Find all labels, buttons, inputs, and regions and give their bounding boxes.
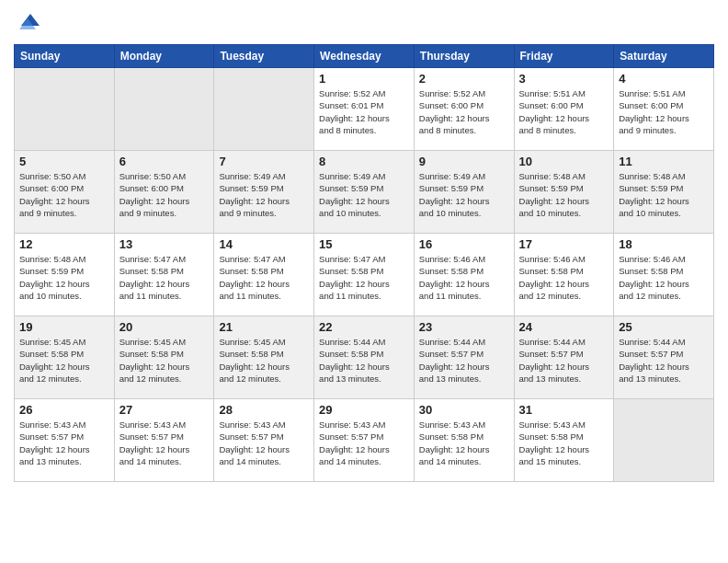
day-info: Sunrise: 5:43 AM Sunset: 5:58 PM Dayligh…: [519, 419, 609, 467]
logo: [14, 9, 45, 37]
day-number: 31: [519, 403, 609, 417]
calendar-week-row-4: 19Sunrise: 5:45 AM Sunset: 5:58 PM Dayli…: [15, 316, 714, 399]
calendar-week-row-1: 1Sunrise: 5:52 AM Sunset: 6:01 PM Daylig…: [15, 68, 714, 151]
day-info: Sunrise: 5:43 AM Sunset: 5:57 PM Dayligh…: [219, 419, 309, 467]
day-info: Sunrise: 5:49 AM Sunset: 5:59 PM Dayligh…: [219, 170, 309, 219]
day-info: Sunrise: 5:43 AM Sunset: 5:58 PM Dayligh…: [419, 419, 509, 467]
day-info: Sunrise: 5:49 AM Sunset: 5:59 PM Dayligh…: [419, 170, 509, 219]
calendar-cell: 3Sunrise: 5:51 AM Sunset: 6:00 PM Daylig…: [514, 68, 614, 151]
day-number: 26: [19, 403, 109, 417]
day-number: 3: [519, 72, 609, 86]
day-info: Sunrise: 5:43 AM Sunset: 5:57 PM Dayligh…: [319, 419, 409, 467]
calendar-cell: 6Sunrise: 5:50 AM Sunset: 6:00 PM Daylig…: [114, 151, 214, 234]
day-number: 2: [419, 72, 509, 86]
day-info: Sunrise: 5:51 AM Sunset: 6:00 PM Dayligh…: [619, 87, 709, 136]
calendar-cell: 4Sunrise: 5:51 AM Sunset: 6:00 PM Daylig…: [614, 68, 714, 151]
day-info: Sunrise: 5:43 AM Sunset: 5:57 PM Dayligh…: [119, 419, 210, 467]
calendar-cell: 17Sunrise: 5:46 AM Sunset: 5:58 PM Dayli…: [514, 234, 614, 316]
day-info: Sunrise: 5:46 AM Sunset: 5:58 PM Dayligh…: [519, 253, 609, 302]
calendar-cell: 16Sunrise: 5:46 AM Sunset: 5:58 PM Dayli…: [414, 234, 514, 316]
day-number: 24: [519, 320, 609, 334]
page: Sunday Monday Tuesday Wednesday Thursday…: [0, 0, 728, 563]
day-info: Sunrise: 5:45 AM Sunset: 5:58 PM Dayligh…: [19, 336, 109, 385]
day-info: Sunrise: 5:50 AM Sunset: 6:00 PM Dayligh…: [19, 170, 109, 219]
day-number: 1: [319, 72, 409, 86]
calendar-cell: 19Sunrise: 5:45 AM Sunset: 5:58 PM Dayli…: [15, 316, 115, 399]
calendar-cell: 27Sunrise: 5:43 AM Sunset: 5:57 PM Dayli…: [114, 399, 214, 482]
day-number: 19: [19, 320, 109, 334]
day-info: Sunrise: 5:46 AM Sunset: 5:58 PM Dayligh…: [619, 253, 709, 302]
day-info: Sunrise: 5:47 AM Sunset: 5:58 PM Dayligh…: [119, 253, 210, 302]
day-number: 15: [319, 237, 409, 251]
day-info: Sunrise: 5:48 AM Sunset: 5:59 PM Dayligh…: [619, 170, 709, 219]
day-number: 17: [519, 237, 609, 251]
header-sunday: Sunday: [15, 45, 115, 68]
day-number: 16: [419, 237, 509, 251]
day-number: 13: [119, 237, 210, 251]
day-info: Sunrise: 5:44 AM Sunset: 5:58 PM Dayligh…: [319, 336, 409, 385]
day-info: Sunrise: 5:48 AM Sunset: 5:59 PM Dayligh…: [519, 170, 609, 219]
calendar-cell: 11Sunrise: 5:48 AM Sunset: 5:59 PM Dayli…: [614, 151, 714, 234]
day-number: 8: [319, 155, 409, 168]
day-info: Sunrise: 5:44 AM Sunset: 5:57 PM Dayligh…: [619, 336, 709, 385]
day-number: 12: [19, 237, 109, 251]
calendar-week-row-5: 26Sunrise: 5:43 AM Sunset: 5:57 PM Dayli…: [15, 399, 714, 482]
calendar-cell: 12Sunrise: 5:48 AM Sunset: 5:59 PM Dayli…: [15, 234, 115, 316]
day-info: Sunrise: 5:52 AM Sunset: 6:00 PM Dayligh…: [419, 87, 509, 136]
day-info: Sunrise: 5:47 AM Sunset: 5:58 PM Dayligh…: [219, 253, 309, 302]
day-number: 20: [119, 320, 210, 334]
day-number: 30: [419, 403, 509, 417]
calendar-cell: 22Sunrise: 5:44 AM Sunset: 5:58 PM Dayli…: [314, 316, 415, 399]
day-number: 6: [119, 155, 210, 168]
day-number: 27: [119, 403, 210, 417]
header-thursday: Thursday: [414, 45, 514, 68]
calendar-cell: 20Sunrise: 5:45 AM Sunset: 5:58 PM Dayli…: [114, 316, 214, 399]
calendar-cell: 26Sunrise: 5:43 AM Sunset: 5:57 PM Dayli…: [15, 399, 115, 482]
calendar-cell: 30Sunrise: 5:43 AM Sunset: 5:58 PM Dayli…: [414, 399, 514, 482]
day-info: Sunrise: 5:48 AM Sunset: 5:59 PM Dayligh…: [19, 253, 109, 302]
day-number: 10: [519, 155, 609, 168]
day-info: Sunrise: 5:45 AM Sunset: 5:58 PM Dayligh…: [119, 336, 210, 385]
day-info: Sunrise: 5:44 AM Sunset: 5:57 PM Dayligh…: [419, 336, 509, 385]
day-info: Sunrise: 5:49 AM Sunset: 5:59 PM Dayligh…: [319, 170, 409, 219]
calendar-cell: 21Sunrise: 5:45 AM Sunset: 5:58 PM Dayli…: [214, 316, 314, 399]
calendar-week-row-2: 5Sunrise: 5:50 AM Sunset: 6:00 PM Daylig…: [15, 151, 714, 234]
day-info: Sunrise: 5:47 AM Sunset: 5:58 PM Dayligh…: [319, 253, 409, 302]
day-number: 11: [619, 155, 709, 168]
calendar-cell: 29Sunrise: 5:43 AM Sunset: 5:57 PM Dayli…: [314, 399, 415, 482]
calendar-cell: 18Sunrise: 5:46 AM Sunset: 5:58 PM Dayli…: [614, 234, 714, 316]
calendar-cell: 9Sunrise: 5:49 AM Sunset: 5:59 PM Daylig…: [414, 151, 514, 234]
day-info: Sunrise: 5:52 AM Sunset: 6:01 PM Dayligh…: [319, 87, 409, 136]
calendar-cell: 14Sunrise: 5:47 AM Sunset: 5:58 PM Dayli…: [214, 234, 314, 316]
header: [14, 9, 714, 37]
calendar-cell: 10Sunrise: 5:48 AM Sunset: 5:59 PM Dayli…: [514, 151, 614, 234]
header-monday: Monday: [114, 45, 214, 68]
day-number: 25: [619, 320, 709, 334]
logo-icon: [14, 9, 41, 37]
calendar-cell: 7Sunrise: 5:49 AM Sunset: 5:59 PM Daylig…: [214, 151, 314, 234]
calendar-cell: [214, 68, 314, 151]
day-info: Sunrise: 5:51 AM Sunset: 6:00 PM Dayligh…: [519, 87, 609, 136]
calendar-table: Sunday Monday Tuesday Wednesday Thursday…: [14, 44, 714, 482]
header-friday: Friday: [514, 45, 614, 68]
day-number: 21: [219, 320, 309, 334]
calendar-cell: [114, 68, 214, 151]
header-saturday: Saturday: [614, 45, 714, 68]
calendar-cell: 8Sunrise: 5:49 AM Sunset: 5:59 PM Daylig…: [314, 151, 415, 234]
calendar-cell: [614, 399, 714, 482]
calendar-cell: 1Sunrise: 5:52 AM Sunset: 6:01 PM Daylig…: [314, 68, 415, 151]
calendar-cell: 28Sunrise: 5:43 AM Sunset: 5:57 PM Dayli…: [214, 399, 314, 482]
calendar-cell: [15, 68, 115, 151]
calendar-cell: 13Sunrise: 5:47 AM Sunset: 5:58 PM Dayli…: [114, 234, 214, 316]
calendar-cell: 24Sunrise: 5:44 AM Sunset: 5:57 PM Dayli…: [514, 316, 614, 399]
day-info: Sunrise: 5:46 AM Sunset: 5:58 PM Dayligh…: [419, 253, 509, 302]
day-number: 9: [419, 155, 509, 168]
day-number: 22: [319, 320, 409, 334]
calendar-cell: 31Sunrise: 5:43 AM Sunset: 5:58 PM Dayli…: [514, 399, 614, 482]
day-info: Sunrise: 5:50 AM Sunset: 6:00 PM Dayligh…: [119, 170, 210, 219]
header-wednesday: Wednesday: [314, 45, 415, 68]
day-number: 5: [19, 155, 109, 168]
day-number: 4: [619, 72, 709, 86]
calendar-cell: 2Sunrise: 5:52 AM Sunset: 6:00 PM Daylig…: [414, 68, 514, 151]
calendar-cell: 15Sunrise: 5:47 AM Sunset: 5:58 PM Dayli…: [314, 234, 415, 316]
